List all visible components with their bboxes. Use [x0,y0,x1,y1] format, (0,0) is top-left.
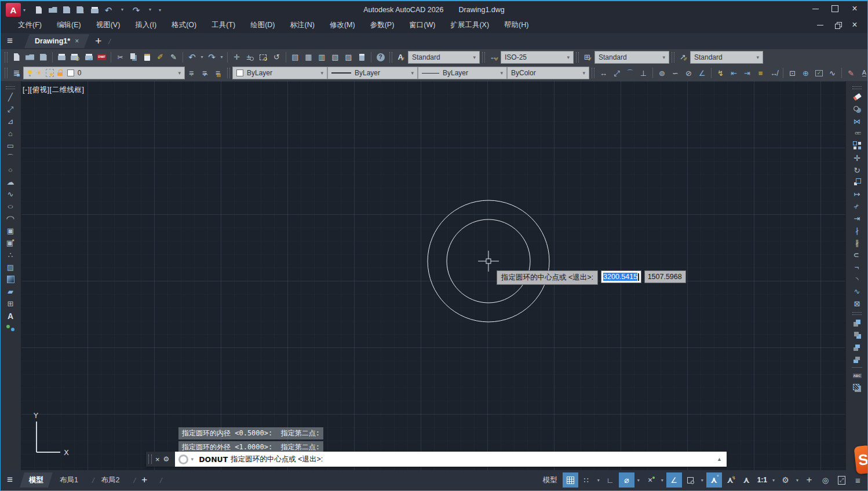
bring-above-objects-icon[interactable] [849,341,865,353]
make-block-icon[interactable] [3,237,18,249]
fillet-icon[interactable] [849,273,865,285]
qat-customize-icon[interactable] [156,2,163,17]
selection-cycling-toggle[interactable] [683,472,698,488]
app-logo-menu-icon[interactable] [21,2,28,17]
dim-continue-icon[interactable] [741,67,754,79]
dim-spacing-icon[interactable] [754,67,767,79]
spline-icon[interactable] [3,188,18,200]
color-select[interactable]: ByLayer [232,67,327,79]
table-style-grip[interactable] [576,52,579,63]
workspace-menu-icon[interactable] [794,472,801,488]
menu-file[interactable]: 文件(F) [10,17,49,33]
ortho-toggle[interactable] [603,472,618,488]
blend-curves-icon[interactable] [849,285,865,298]
undo-menu-icon[interactable] [116,4,129,16]
hatch-to-back-icon[interactable] [849,382,865,394]
mirror-icon[interactable] [849,115,865,127]
chamfer-icon[interactable] [849,261,865,273]
table-style-icon[interactable] [581,51,595,64]
doc-close-icon[interactable] [846,17,863,32]
tool-palettes-icon[interactable] [315,51,329,64]
insert-block-icon[interactable] [3,225,18,237]
dim-quick-icon[interactable] [714,67,727,79]
edit-reference-icon[interactable] [167,51,180,64]
undo-icon[interactable] [102,4,115,16]
dim-text-edit-icon[interactable] [858,67,868,79]
redo-menu-icon[interactable] [218,51,225,64]
save-as-icon[interactable] [74,4,87,16]
open-icon[interactable] [46,4,59,16]
menu-express[interactable]: 扩展工具(X) [443,17,497,33]
dim-inspect-icon[interactable] [812,67,826,79]
dim-linear-icon[interactable] [597,67,610,79]
undo-icon[interactable] [185,51,199,64]
join-icon[interactable] [849,249,865,261]
dim-diameter-icon[interactable] [682,67,695,79]
object-snap-tracking-toggle[interactable] [643,472,658,488]
break-at-point-icon[interactable] [849,225,865,237]
batch-plot-icon[interactable] [82,51,95,64]
export-dwf-icon[interactable] [95,51,108,64]
add-selected-icon[interactable] [3,322,18,334]
menu-modify[interactable]: 修改(M) [322,17,363,33]
new-drawing-tab-button[interactable]: + [95,35,101,47]
save-icon[interactable] [60,4,73,16]
drawing-tab[interactable]: Drawing1* × [24,34,89,48]
move-icon[interactable] [849,152,865,164]
plot-preview-icon[interactable] [68,51,82,64]
dim-style-grip[interactable] [482,52,485,63]
sheetset-manager-icon[interactable] [329,51,342,64]
app-logo[interactable]: A [6,3,21,17]
layout-tabs-menu-icon[interactable] [0,470,20,490]
break-icon[interactable] [849,237,865,249]
recent-commands-menu-icon[interactable] [191,456,194,462]
bring-to-front-icon[interactable] [849,317,865,329]
object-snap-tracking-menu-icon[interactable] [659,472,666,488]
text-style-select[interactable]: Standard [408,51,480,64]
open-icon[interactable] [23,51,37,64]
properties-toolbar-grip[interactable] [227,68,230,78]
match-properties-icon[interactable] [154,51,167,64]
linetype-select[interactable]: ByLayer [327,67,418,79]
command-input[interactable]: DONUT 指定圆环的中心点或 <退出>: [175,452,727,467]
menu-tools[interactable]: 工具(T) [204,17,243,33]
rotate-icon[interactable] [849,164,865,176]
text-to-front-icon[interactable] [849,369,865,382]
annotation-scale-menu-icon[interactable] [770,472,777,488]
modify-toolbar-grip[interactable] [852,86,862,89]
dim-angular-icon[interactable] [695,67,709,79]
menu-view[interactable]: 视图(V) [89,17,128,33]
zoom-previous-icon[interactable] [270,51,283,64]
redo-icon[interactable] [205,51,218,64]
dim-jogged-linear-icon[interactable] [826,67,839,79]
table-style-select[interactable]: Standard [595,51,669,64]
polygon-icon[interactable] [3,127,18,140]
trim-icon[interactable] [849,200,865,212]
dim-ordinate-icon[interactable] [637,67,650,79]
markup-manager-icon[interactable] [342,51,355,64]
menu-insert[interactable]: 插入(I) [127,17,164,33]
overlay-app-badge[interactable]: S [854,445,868,475]
dim-toolbar-grip[interactable] [592,68,595,78]
doc-restore-icon[interactable] [829,17,846,32]
minimize-icon[interactable] [805,1,825,16]
dim-baseline-icon[interactable] [727,67,741,79]
tab-model[interactable]: 模型 [20,472,53,488]
zoom-window-icon[interactable] [257,51,270,64]
workspace-switching-icon[interactable] [778,472,793,488]
plot-icon[interactable] [88,4,101,16]
close-icon[interactable] [845,1,865,16]
file-tabs-menu-icon[interactable] [0,33,20,49]
selection-cycling-menu-icon[interactable] [699,472,706,488]
new-icon[interactable] [10,51,23,64]
mleader-style-select[interactable]: Standard [690,51,763,64]
annotation-scale-value[interactable]: 1:1 [755,476,769,484]
snap-toggle[interactable] [579,472,595,488]
point-icon[interactable] [3,249,18,261]
isolate-objects-icon[interactable] [818,472,833,488]
polyline-icon[interactable] [3,115,18,127]
mleader-style-icon[interactable] [677,51,690,64]
make-object-layer-current-icon[interactable] [185,67,198,79]
dim-center-mark-icon[interactable] [799,67,812,79]
tab-layout1[interactable]: 布局1 [53,472,85,488]
